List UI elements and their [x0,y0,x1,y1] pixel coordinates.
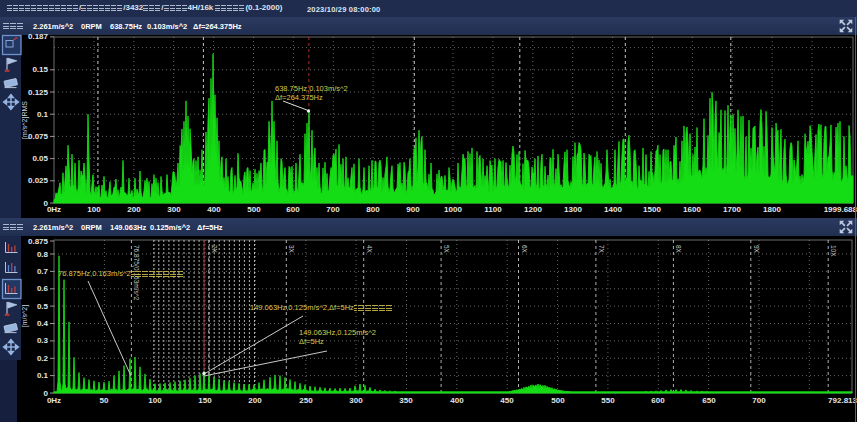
svg-text:[m/s^2]RMS: [m/s^2]RMS [21,101,29,139]
svg-text:350: 350 [399,396,413,405]
svg-text:0.05: 0.05 [32,154,48,163]
svg-text:1200: 1200 [524,205,542,214]
svg-text:0.15: 0.15 [32,65,48,74]
svg-text:300: 300 [167,205,181,214]
svg-text:600: 600 [651,396,665,405]
svg-text:550: 550 [601,396,615,405]
svg-text:100: 100 [148,396,162,405]
svg-text:0.7: 0.7 [37,267,49,276]
svg-text:200: 200 [127,205,141,214]
svg-text:0.187: 0.187 [28,32,49,41]
svg-text:500: 500 [551,396,565,405]
svg-text:8X: 8X [675,245,682,254]
svg-text:600: 600 [286,205,300,214]
svg-text:7X: 7X [598,245,605,254]
svg-text:1500: 1500 [643,205,661,214]
svg-text:500: 500 [247,205,261,214]
svg-text:450: 450 [500,396,514,405]
svg-text:0.1: 0.1 [37,110,49,119]
svg-text:700: 700 [752,396,766,405]
svg-text:4X: 4X [366,245,373,254]
svg-text:0.2: 0.2 [37,354,49,363]
svg-text:1700: 1700 [723,205,741,214]
svg-text:400: 400 [450,396,464,405]
svg-text:1100: 1100 [484,205,502,214]
svg-text:0.075: 0.075 [28,132,49,141]
svg-text:1400: 1400 [604,205,622,214]
svg-text:800: 800 [366,205,380,214]
svg-text:100: 100 [87,205,101,214]
svg-text:792.813: 792.813 [828,396,857,405]
svg-text:0: 0 [44,199,49,208]
svg-text:1800: 1800 [763,205,781,214]
svg-text:1000: 1000 [444,205,462,214]
svg-text:200: 200 [248,396,262,405]
svg-text:10X: 10X [830,245,837,257]
svg-text:0.6: 0.6 [37,284,49,293]
svg-text:0.5: 0.5 [37,302,49,311]
svg-text:2X: 2X [211,245,218,254]
svg-text:3X: 3X [288,245,295,254]
svg-text:0.025: 0.025 [28,176,49,185]
svg-text:[m/s^2]: [m/s^2] [21,305,29,327]
svg-text:1300: 1300 [564,205,582,214]
svg-text:0Hz: 0Hz [47,396,61,405]
svg-text:0.125: 0.125 [28,88,49,97]
svg-text:6X: 6X [521,245,528,254]
svg-text:150: 150 [198,396,212,405]
svg-text:0.8: 0.8 [37,250,49,259]
svg-text:1600: 1600 [683,205,701,214]
svg-text:1999.688: 1999.688 [824,205,857,214]
svg-text:0.3: 0.3 [37,336,49,345]
svg-text:0.875: 0.875 [28,237,49,246]
svg-text:0Hz: 0Hz [47,205,61,214]
svg-text:400: 400 [207,205,221,214]
svg-text:250: 250 [299,396,313,405]
svg-text:5X: 5X [443,245,450,254]
svg-text:0.4: 0.4 [37,319,49,328]
svg-text:50: 50 [100,396,109,405]
svg-text:700: 700 [326,205,340,214]
svg-text:0: 0 [44,389,49,398]
svg-text:9X: 9X [753,245,760,254]
svg-text:900: 900 [406,205,420,214]
svg-text:650: 650 [702,396,716,405]
svg-text:300: 300 [349,396,363,405]
svg-text:0.1: 0.1 [37,371,49,380]
